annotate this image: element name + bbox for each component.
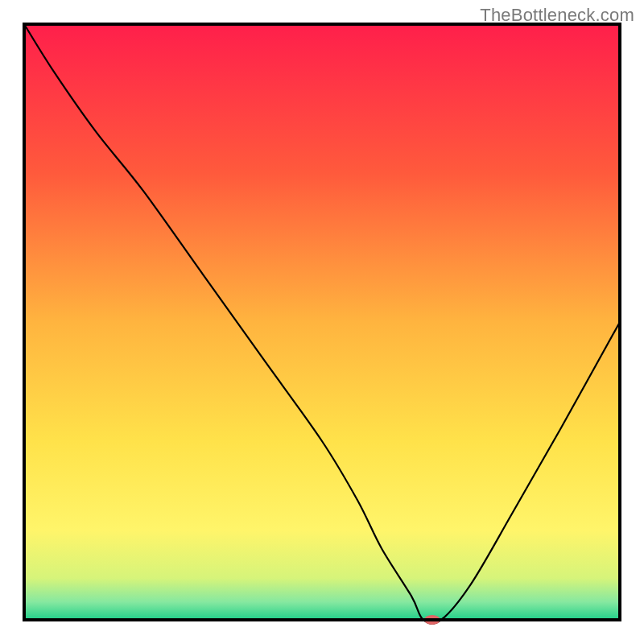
chart-container: TheBottleneck.com bbox=[0, 0, 644, 644]
bottleneck-chart bbox=[0, 0, 644, 644]
plot-area bbox=[24, 24, 620, 625]
watermark-text: TheBottleneck.com bbox=[480, 5, 634, 26]
gradient-background bbox=[24, 24, 620, 620]
